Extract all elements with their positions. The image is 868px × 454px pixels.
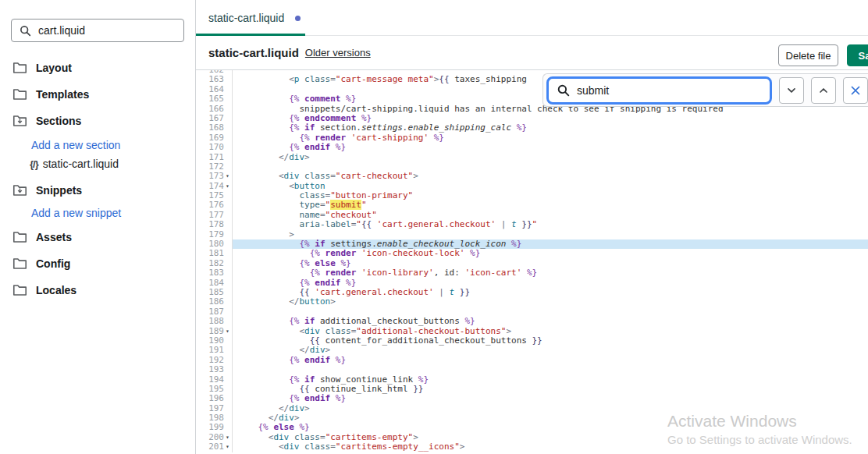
fold-arrow-icon[interactable]: ▾ (224, 182, 231, 191)
line-number: 170 (196, 143, 233, 152)
add-new-section-link[interactable]: Add a new section (31, 138, 120, 152)
code-line[interactable]: 201▾ <div class="cartitems-empty__icons"… (196, 442, 868, 452)
line-number: 193 (196, 365, 233, 374)
editor-tab-bar: static-cart.liquid (196, 0, 868, 36)
find-bar: submit (542, 73, 868, 107)
find-close-button[interactable] (843, 77, 868, 104)
line-number: 188 (196, 317, 233, 326)
fold-arrow-icon[interactable]: ▾ (224, 327, 231, 336)
line-number: 163 (196, 75, 233, 84)
sidebar-item-locales[interactable]: Locales (12, 283, 76, 297)
code-line[interactable]: 181 {% render 'icon-checkout-lock' %} (196, 249, 868, 258)
sidebar-item-config[interactable]: Config (12, 257, 70, 271)
code-line[interactable]: 168 {% if section.settings.enable_shippi… (196, 123, 868, 133)
code-editor[interactable]: 162163 <p class="cart-message meta">{{ t… (196, 70, 868, 454)
line-number: 199 (196, 423, 233, 432)
sidebar-item-static-cart-liquid[interactable]: {/} static-cart.liquid (30, 157, 119, 171)
sidebar-item-assets[interactable]: Assets (12, 230, 72, 244)
search-icon (557, 84, 570, 97)
line-number: 196 (196, 394, 233, 403)
line-number: 186 (196, 297, 233, 307)
line-number: 168 (196, 123, 233, 133)
file-tree-sidebar: cart.liquid Layout Templates Sections Ad… (0, 0, 196, 454)
tab-static-cart-liquid[interactable]: static-cart.liquid (196, 0, 305, 36)
liquid-file-icon: {/} (30, 158, 38, 170)
line-number: 176 (196, 200, 233, 210)
save-button[interactable]: Sa (847, 44, 868, 66)
folder-icon (12, 284, 27, 296)
sidebar-item-label: Templates (36, 88, 89, 101)
code-line[interactable]: 178 aria-label="{{ 'cart.general.checkou… (196, 220, 868, 229)
code-line[interactable]: 183 {% render 'icon-library', id: 'icon-… (196, 268, 868, 278)
folder-icon (12, 88, 27, 101)
shopify-code-editor: { "colors":{"accent_green":"#008060","mo… (0, 0, 868, 454)
find-query: submit (577, 84, 609, 97)
file-search-value: cart.liquid (38, 24, 85, 37)
line-number: 178 (196, 220, 233, 229)
folder-open-icon (12, 115, 27, 127)
sidebar-item-sections[interactable]: Sections (12, 114, 81, 128)
sidebar-item-label: Config (36, 257, 70, 270)
line-number: 165 (196, 94, 233, 104)
code-line[interactable]: 186 </button> (196, 297, 868, 307)
line-number: 191 (196, 346, 233, 355)
sidebar-item-label: Locales (36, 284, 76, 296)
sidebar-item-label: Assets (36, 231, 72, 243)
code-line[interactable]: 171 </div> (196, 153, 868, 162)
folder-icon (12, 257, 27, 270)
sidebar-item-label: Layout (36, 62, 72, 74)
code-line[interactable]: 188 {% if additional_checkout_buttons %} (196, 317, 868, 326)
fold-arrow-icon[interactable]: ▾ (224, 433, 231, 442)
sidebar-item-layout[interactable]: Layout (12, 61, 72, 75)
fold-arrow-icon[interactable]: ▾ (224, 172, 231, 181)
tab-label: static-cart.liquid (208, 12, 284, 24)
search-icon (20, 25, 31, 37)
line-number: 173▾ (196, 172, 233, 181)
delete-file-button[interactable]: Delete file (778, 44, 838, 66)
unsaved-changes-dot (295, 16, 301, 21)
find-input[interactable]: submit (546, 76, 772, 105)
sidebar-file-label: static-cart.liquid (43, 158, 119, 170)
chevron-down-icon (785, 84, 798, 97)
sidebar-item-snippets[interactable]: Snippets (12, 183, 82, 197)
older-versions-link[interactable]: Older versions (305, 47, 371, 59)
sidebar-item-label: Snippets (36, 184, 82, 197)
fold-arrow-icon[interactable]: ▾ (224, 442, 231, 452)
file-search-input[interactable]: cart.liquid (11, 19, 184, 42)
line-number: 181 (196, 249, 233, 258)
code-line[interactable]: 176 type="submit" (196, 200, 868, 210)
line-number: 201▾ (196, 442, 233, 452)
find-previous-button[interactable] (811, 77, 836, 104)
sidebar-item-label: Sections (36, 115, 81, 127)
sidebar-item-templates[interactable]: Templates (12, 87, 89, 101)
folder-open-icon (12, 184, 27, 197)
code-line[interactable]: 192 {% endif %} (196, 356, 868, 365)
close-icon (849, 84, 862, 97)
code-editor-lines: 162163 <p class="cart-message meta">{{ t… (196, 70, 868, 452)
chevron-up-icon (817, 84, 830, 97)
file-header: static-cart.liquid Older versions Delete… (196, 36, 868, 70)
line-number: 183 (196, 268, 233, 278)
add-new-snippet-link[interactable]: Add a new snippet (31, 206, 121, 220)
file-title: static-cart.liquid (208, 46, 299, 59)
folder-icon (12, 62, 27, 74)
folder-icon (12, 231, 27, 243)
find-next-button[interactable] (779, 77, 804, 104)
